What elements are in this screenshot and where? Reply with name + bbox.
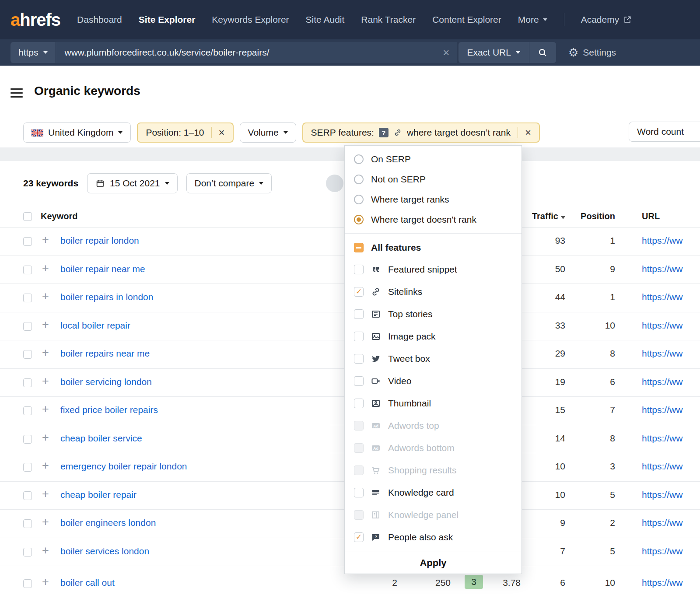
url-link[interactable]: https://ww	[642, 546, 682, 556]
country-filter[interactable]: United Kingdom	[23, 122, 131, 143]
url-link[interactable]: https://ww	[642, 320, 682, 331]
url-link[interactable]: https://ww	[642, 518, 682, 528]
expand-plus-icon[interactable]: +	[42, 544, 49, 557]
keyword-link[interactable]: boiler repairs near me	[60, 348, 150, 359]
word-count-filter[interactable]: Word count	[629, 122, 700, 142]
radio-where-target-ranks[interactable]: Where target ranks	[345, 189, 522, 210]
feature-thumbnail[interactable]: Thumbnail	[345, 392, 522, 414]
target-url-input[interactable]: www.plumbforcedirect.co.uk/service/boile…	[56, 42, 457, 63]
url-link[interactable]: https://ww	[642, 578, 682, 588]
nav-academy[interactable]: Academy	[581, 14, 632, 25]
volume-filter[interactable]: Volume	[240, 122, 296, 143]
expand-plus-icon[interactable]: +	[42, 262, 49, 275]
keyword-link[interactable]: boiler services london	[60, 546, 149, 556]
remove-serp-filter-icon[interactable]: ×	[525, 126, 531, 139]
keyword-link[interactable]: cheap boiler repair	[60, 490, 136, 500]
url-link[interactable]: https://ww	[642, 461, 682, 472]
keyword-link[interactable]: cheap boiler service	[60, 433, 142, 444]
url-link[interactable]: https://ww	[642, 405, 682, 415]
row-checkbox[interactable]	[23, 266, 32, 274]
row-checkbox[interactable]	[23, 519, 32, 528]
keyword-link[interactable]: boiler engineers london	[60, 518, 156, 528]
url-link[interactable]: https://ww	[642, 235, 682, 246]
row-checkbox[interactable]	[23, 406, 32, 415]
url-link[interactable]: https://ww	[642, 377, 682, 387]
ahrefs-logo[interactable]: ahrefs	[10, 10, 60, 30]
url-link[interactable]: https://ww	[642, 490, 682, 500]
nav-rank-tracker[interactable]: Rank Tracker	[361, 14, 416, 25]
date-picker[interactable]: 15 Oct 2021	[87, 173, 177, 193]
compare-dropdown[interactable]: Don’t compare	[186, 173, 272, 193]
row-checkbox[interactable]	[23, 350, 32, 359]
protocol-dropdown[interactable]: https	[10, 42, 56, 63]
column-header-position[interactable]: Position	[577, 211, 615, 221]
nav-content-explorer[interactable]: Content Explorer	[432, 14, 501, 25]
expand-plus-icon[interactable]: +	[42, 290, 49, 303]
nav-dashboard[interactable]: Dashboard	[77, 14, 122, 25]
help-icon[interactable]: ?	[379, 128, 388, 137]
nav-site-audit[interactable]: Site Audit	[306, 14, 345, 25]
expand-plus-icon[interactable]: +	[42, 346, 49, 360]
keyword-link[interactable]: emergency boiler repair london	[60, 461, 187, 472]
feature-image-pack[interactable]: Image pack	[345, 325, 522, 347]
keyword-link[interactable]: boiler call out	[60, 578, 115, 588]
radio-where-target-doesnt-rank[interactable]: Where target doesn't rank	[345, 210, 522, 230]
feature-tweet-box[interactable]: Tweet box	[345, 347, 522, 370]
column-header-keyword[interactable]: Keyword	[41, 211, 77, 221]
url-link[interactable]: https://ww	[642, 292, 682, 302]
expand-plus-icon[interactable]: +	[42, 459, 49, 472]
select-all-checkbox[interactable]	[23, 212, 32, 221]
keyword-link[interactable]: boiler repair near me	[60, 264, 145, 274]
expand-plus-icon[interactable]: +	[42, 402, 49, 416]
expand-plus-icon[interactable]: +	[42, 431, 49, 444]
feature-knowledge-card[interactable]: Knowledge card	[345, 481, 522, 504]
remove-position-filter-icon[interactable]: ×	[219, 126, 225, 139]
expand-plus-icon[interactable]: +	[42, 318, 49, 332]
nav-site-explorer[interactable]: Site Explorer	[139, 14, 196, 25]
expand-plus-icon[interactable]: +	[42, 233, 49, 247]
feature-top-stories[interactable]: Top stories	[345, 303, 522, 325]
disabled-checkbox-icon	[354, 510, 364, 520]
url-link[interactable]: https://ww	[642, 433, 682, 444]
feature-featured-snippet[interactable]: Featured snippet	[345, 258, 522, 280]
feature-sitelinks[interactable]: Sitelinks	[345, 280, 522, 303]
row-checkbox[interactable]	[23, 463, 32, 472]
search-button[interactable]	[529, 42, 556, 63]
row-checkbox[interactable]	[23, 322, 32, 331]
clear-url-icon[interactable]: ×	[443, 47, 449, 58]
nav-more[interactable]: More	[518, 14, 547, 25]
column-header-url[interactable]: URL	[642, 211, 660, 221]
search-mode-dropdown[interactable]: Exact URL	[458, 42, 529, 63]
row-checkbox[interactable]	[23, 294, 32, 302]
url-link[interactable]: https://ww	[642, 348, 682, 359]
keyword-link[interactable]: boiler repair london	[60, 235, 139, 246]
toggle-partial[interactable]	[326, 175, 343, 192]
expand-plus-icon[interactable]: +	[42, 575, 49, 589]
expand-plus-icon[interactable]: +	[42, 374, 49, 388]
keyword-link[interactable]: boiler servicing london	[60, 377, 152, 387]
serp-features-filter[interactable]: SERP features: ? where target doesn’t ra…	[302, 122, 540, 143]
keyword-link[interactable]: fixed price boiler repairs	[60, 405, 158, 415]
feature-people-also-ask[interactable]: ? People also ask	[345, 526, 522, 548]
expand-plus-icon[interactable]: +	[42, 515, 49, 529]
feature-video[interactable]: Video	[345, 370, 522, 392]
row-checkbox[interactable]	[23, 435, 32, 444]
keyword-link[interactable]: boiler repairs in london	[60, 292, 153, 302]
image-pack-icon	[370, 331, 382, 342]
row-checkbox[interactable]	[23, 378, 32, 387]
settings-button[interactable]: ⚙ Settings	[568, 46, 616, 60]
row-checkbox[interactable]	[23, 579, 32, 588]
apply-button[interactable]: Apply	[345, 552, 522, 574]
row-checkbox[interactable]	[23, 237, 32, 246]
radio-on-serp[interactable]: On SERP	[345, 149, 522, 169]
all-features-toggle[interactable]: All features	[345, 237, 522, 258]
menu-icon[interactable]	[10, 88, 23, 100]
row-checkbox[interactable]	[23, 548, 32, 556]
nav-keywords-explorer[interactable]: Keywords Explorer	[212, 14, 289, 25]
expand-plus-icon[interactable]: +	[42, 487, 49, 501]
radio-not-on-serp[interactable]: Not on SERP	[345, 169, 522, 189]
row-checkbox[interactable]	[23, 491, 32, 500]
keyword-link[interactable]: local boiler repair	[60, 320, 130, 331]
url-link[interactable]: https://ww	[642, 264, 682, 274]
position-filter[interactable]: Position: 1–10 ×	[137, 122, 233, 143]
